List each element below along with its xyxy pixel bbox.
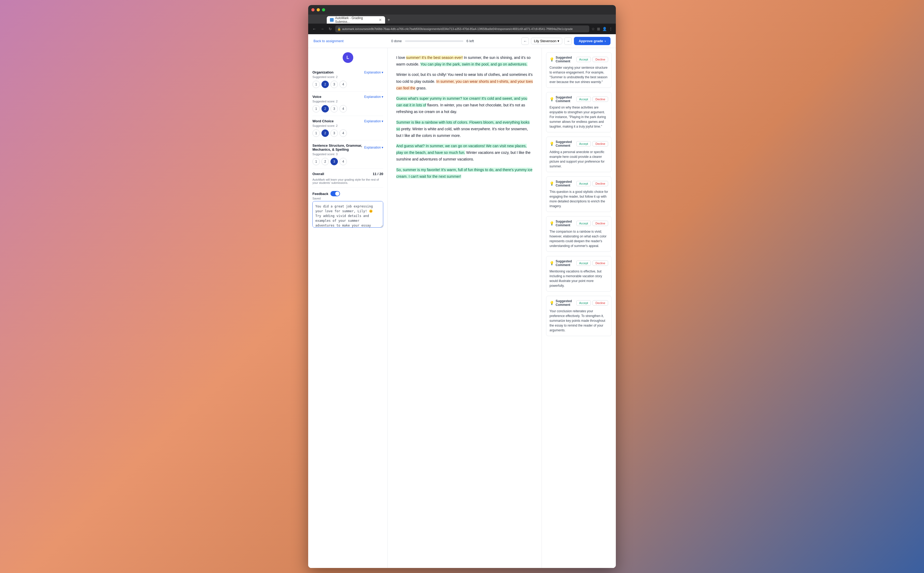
explanation-link-voice[interactable]: Explanation ▾ — [364, 95, 383, 99]
browser-window: AutoMark - Grading Submiss... ✕ + ← → ↻ … — [308, 5, 616, 568]
next-student-button[interactable]: → — [564, 38, 572, 45]
highlight-green-5: So, summer is my favorite! It's warm, fu… — [396, 168, 532, 178]
accept-button-1[interactable]: Accept — [576, 57, 591, 62]
student-avatar: L — [342, 52, 353, 63]
accept-button-4[interactable]: Accept — [576, 181, 591, 186]
score-btn-3[interactable]: 3 — [330, 158, 338, 165]
lightbulb-icon-2: 💡 — [550, 97, 554, 101]
rubric-name-organization: Organization — [313, 70, 333, 74]
score-btn-3[interactable]: 3 — [330, 130, 338, 137]
comment-label-3: 💡 Suggested Comment — [550, 140, 576, 147]
accept-button-2[interactable]: Accept — [576, 97, 591, 102]
score-btn-1[interactable]: 1 — [313, 158, 320, 165]
browser-tab-bar: AutoMark - Grading Submiss... ✕ + — [308, 14, 616, 23]
score-btn-3[interactable]: 3 — [330, 105, 338, 113]
score-btn-3[interactable]: 3 — [330, 81, 338, 88]
decline-button-1[interactable]: Decline — [593, 57, 608, 62]
comment-actions-6: Accept Decline — [576, 260, 608, 266]
accept-button-3[interactable]: Accept — [576, 141, 591, 146]
accept-button-7[interactable]: Accept — [576, 300, 591, 305]
extensions-icon[interactable]: ⊞ — [597, 27, 600, 31]
decline-button-2[interactable]: Decline — [593, 97, 608, 102]
overall-section: Overall 11 / 20 AutoMark will learn your… — [313, 169, 383, 188]
student-selector[interactable]: Lily Stevenson ▾ — [531, 38, 562, 44]
refresh-button[interactable]: ↻ — [327, 26, 333, 32]
minimize-window-button[interactable] — [317, 8, 320, 11]
decline-button-3[interactable]: Decline — [593, 141, 608, 146]
menu-icon[interactable]: ⋮ — [609, 27, 613, 31]
suggested-comment-3: 💡 Suggested Comment Accept Decline Addin… — [546, 136, 611, 172]
decline-button-4[interactable]: Decline — [593, 181, 608, 186]
tab-close-button[interactable]: ✕ — [379, 18, 382, 22]
back-button[interactable]: ← — [311, 26, 317, 32]
score-btn-4[interactable]: 4 — [339, 105, 347, 113]
lightbulb-icon-3: 💡 — [550, 142, 554, 146]
back-to-assignment-link[interactable]: Back to assignment — [313, 39, 344, 43]
new-tab-button[interactable]: + — [385, 16, 392, 23]
chevron-down-icon: ▾ — [381, 146, 383, 149]
essay-paragraph-6: So, summer is my favorite! It's warm, fu… — [396, 167, 533, 180]
profile-icon[interactable]: 👤 — [602, 27, 607, 31]
rubric-item-voice: Voice Explanation ▾ Suggested score: 2 1… — [313, 91, 383, 116]
comment-actions-2: Accept Decline — [576, 97, 608, 102]
prev-student-button[interactable]: ← — [521, 38, 529, 45]
maximize-window-button[interactable] — [322, 8, 325, 11]
score-btn-4[interactable]: 4 — [339, 130, 347, 137]
score-btn-4[interactable]: 4 — [339, 81, 347, 88]
score-btn-1[interactable]: 1 — [313, 81, 320, 88]
suggested-comment-4: 💡 Suggested Comment Accept Decline This … — [546, 176, 611, 212]
score-btn-2[interactable]: 2 — [321, 130, 329, 137]
score-btn-1[interactable]: 1 — [313, 105, 320, 113]
decline-button-5[interactable]: Decline — [593, 221, 608, 226]
accept-button-5[interactable]: Accept — [576, 221, 591, 226]
app-body: L Organization Explanation ▾ Suggested s… — [308, 48, 616, 568]
suggested-comment-2: 💡 Suggested Comment Accept Decline Expan… — [546, 92, 611, 132]
comment-label-5: 💡 Suggested Comment — [550, 220, 576, 227]
rubric-item-word-choice: Word Choice Explanation ▾ Suggested scor… — [313, 116, 383, 140]
lightbulb-icon-4: 💡 — [550, 182, 554, 186]
explanation-link-word-choice[interactable]: Explanation ▾ — [364, 119, 383, 123]
essay-paragraph-4: Summer is like a rainbow with lots of co… — [396, 119, 533, 139]
rubric-item-organization: Organization Explanation ▾ Suggested sco… — [313, 67, 383, 91]
explanation-link-sentence-structure[interactable]: Explanation ▾ — [364, 146, 383, 149]
comment-actions-4: Accept Decline — [576, 181, 608, 186]
highlight-green-1: You can play in the park, swim in the po… — [421, 62, 527, 66]
active-tab[interactable]: AutoMark - Grading Submiss... ✕ — [327, 16, 385, 23]
address-bar[interactable]: 🔒 automark.io/courses/e8b7b68d-76aa-4dfc… — [335, 25, 589, 32]
score-btn-4[interactable]: 4 — [339, 158, 347, 165]
comment-actions-7: Accept Decline — [576, 300, 608, 305]
explanation-link-organization[interactable]: Explanation ▾ — [364, 70, 383, 74]
comment-label-6: 💡 Suggested Comment — [550, 260, 576, 267]
feedback-toggle[interactable] — [330, 191, 340, 196]
score-buttons-organization: 1 2 3 4 — [313, 81, 383, 88]
arrow-right-icon: › — [605, 39, 606, 43]
decline-button-6[interactable]: Decline — [593, 260, 608, 266]
rubric-score-hint-voice: Suggested score: 2 — [313, 100, 383, 103]
close-window-button[interactable] — [311, 8, 314, 11]
score-buttons-word-choice: 1 2 3 4 — [313, 130, 383, 137]
rubric-item-sentence-structure: Sentence Structure, Grammar, Mechanics, … — [313, 140, 383, 169]
approve-grade-button[interactable]: Approve grade › — [574, 37, 611, 45]
browser-titlebar — [308, 5, 616, 14]
highlight-orange-1: In summer, you can wear shorts and t-shi… — [396, 79, 533, 90]
feedback-textarea[interactable] — [313, 201, 383, 228]
score-btn-2[interactable]: 2 — [321, 81, 329, 88]
essay-text: I love summer! It's the best season ever… — [396, 55, 533, 180]
tab-favicon — [330, 18, 334, 22]
comment-body-2: Expand on why these activities are enjoy… — [550, 105, 608, 129]
lightbulb-icon-6: 💡 — [550, 261, 554, 265]
essay-panel: I love summer! It's the best season ever… — [388, 48, 542, 568]
highlight-yellow-1: summer! It's the best season ever! — [406, 55, 463, 60]
decline-button-7[interactable]: Decline — [593, 300, 608, 305]
essay-paragraph-5: And guess what? In summer, we can go on … — [396, 143, 533, 163]
comment-label-1: 💡 Suggested Comment — [550, 56, 576, 63]
accept-button-6[interactable]: Accept — [576, 260, 591, 266]
score-btn-1[interactable]: 1 — [313, 130, 320, 137]
approve-label: Approve grade — [579, 39, 603, 43]
comment-body-7: Your conclusion reiterates your preferen… — [550, 309, 608, 333]
score-btn-2[interactable]: 2 — [321, 105, 329, 113]
bookmark-icon[interactable]: ☆ — [591, 27, 595, 31]
comment-body-6: Mentioning vacations is effective, but i… — [550, 269, 608, 288]
score-btn-2[interactable]: 2 — [321, 158, 329, 165]
chevron-down-icon: ▾ — [558, 39, 559, 43]
